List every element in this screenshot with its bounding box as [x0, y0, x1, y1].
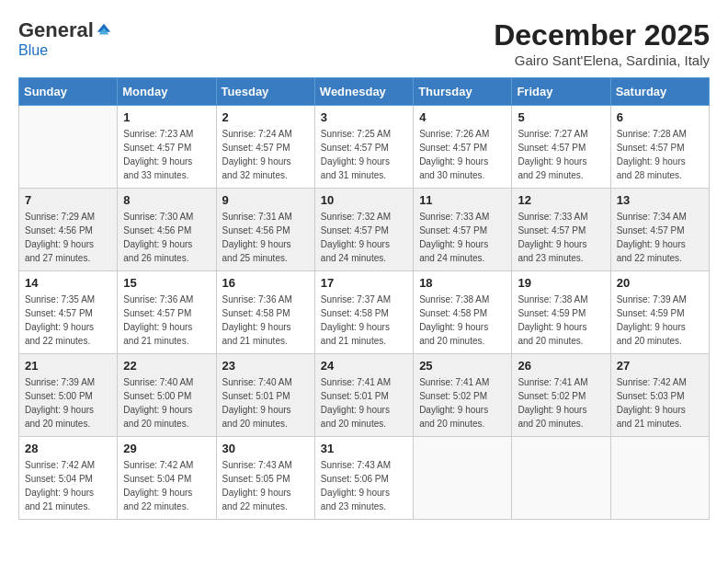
day-number: 6 [617, 110, 703, 124]
day-number: 23 [222, 359, 309, 373]
calendar-cell: 24Sunrise: 7:41 AM Sunset: 5:01 PM Dayli… [314, 354, 413, 437]
day-number: 24 [321, 359, 407, 373]
weekday-header: Tuesday [216, 78, 314, 106]
calendar-cell: 2Sunrise: 7:24 AM Sunset: 4:57 PM Daylig… [216, 106, 314, 189]
day-number: 4 [419, 110, 506, 124]
calendar-cell: 19Sunrise: 7:38 AM Sunset: 4:59 PM Dayli… [512, 271, 610, 354]
day-number: 12 [518, 193, 604, 207]
calendar-cell: 16Sunrise: 7:36 AM Sunset: 4:58 PM Dayli… [216, 271, 314, 354]
day-info: Sunrise: 7:32 AM Sunset: 4:57 PM Dayligh… [321, 210, 407, 265]
day-number: 17 [321, 276, 407, 290]
calendar-cell [512, 437, 610, 520]
calendar-week-row: 7Sunrise: 7:29 AM Sunset: 4:56 PM Daylig… [19, 189, 710, 271]
calendar-cell: 3Sunrise: 7:25 AM Sunset: 4:57 PM Daylig… [314, 106, 413, 189]
day-number: 27 [617, 359, 703, 373]
calendar-cell: 31Sunrise: 7:43 AM Sunset: 5:06 PM Dayli… [314, 437, 413, 520]
calendar-week-row: 14Sunrise: 7:35 AM Sunset: 4:57 PM Dayli… [19, 271, 710, 354]
title-section: December 2025 Gairo Sant'Elena, Sardinia… [494, 18, 710, 68]
day-info: Sunrise: 7:40 AM Sunset: 5:01 PM Dayligh… [222, 375, 309, 431]
day-info: Sunrise: 7:41 AM Sunset: 5:02 PM Dayligh… [419, 375, 506, 431]
logo-icon [96, 22, 112, 39]
weekday-header: Wednesday [314, 78, 413, 106]
day-info: Sunrise: 7:42 AM Sunset: 5:04 PM Dayligh… [25, 458, 111, 513]
day-number: 10 [321, 193, 407, 207]
day-number: 26 [518, 359, 604, 373]
calendar-cell [414, 437, 512, 520]
logo-general: General [18, 18, 94, 42]
calendar-cell: 13Sunrise: 7:34 AM Sunset: 4:57 PM Dayli… [610, 189, 709, 271]
day-info: Sunrise: 7:41 AM Sunset: 5:01 PM Dayligh… [321, 375, 407, 431]
calendar-cell: 18Sunrise: 7:38 AM Sunset: 4:58 PM Dayli… [414, 271, 512, 354]
day-info: Sunrise: 7:41 AM Sunset: 5:02 PM Dayligh… [518, 375, 604, 431]
location-subtitle: Gairo Sant'Elena, Sardinia, Italy [494, 52, 710, 68]
day-number: 25 [419, 359, 506, 373]
day-number: 7 [25, 193, 111, 207]
day-info: Sunrise: 7:27 AM Sunset: 4:57 PM Dayligh… [518, 127, 604, 182]
logo: General Blue [18, 18, 112, 59]
day-number: 19 [518, 276, 604, 290]
day-info: Sunrise: 7:25 AM Sunset: 4:57 PM Dayligh… [321, 127, 407, 182]
day-number: 9 [222, 193, 309, 207]
calendar-cell: 27Sunrise: 7:42 AM Sunset: 5:03 PM Dayli… [610, 354, 709, 437]
calendar-cell: 6Sunrise: 7:28 AM Sunset: 4:57 PM Daylig… [610, 106, 709, 189]
day-number: 22 [123, 359, 210, 373]
calendar-week-row: 1Sunrise: 7:23 AM Sunset: 4:57 PM Daylig… [19, 106, 710, 189]
calendar-cell: 30Sunrise: 7:43 AM Sunset: 5:05 PM Dayli… [216, 437, 314, 520]
day-info: Sunrise: 7:33 AM Sunset: 4:57 PM Dayligh… [419, 210, 506, 265]
calendar-cell: 4Sunrise: 7:26 AM Sunset: 4:57 PM Daylig… [414, 106, 512, 189]
day-info: Sunrise: 7:30 AM Sunset: 4:56 PM Dayligh… [123, 210, 210, 265]
day-number: 8 [123, 193, 210, 207]
day-info: Sunrise: 7:43 AM Sunset: 5:05 PM Dayligh… [222, 458, 309, 513]
day-number: 2 [222, 110, 309, 124]
calendar-cell: 28Sunrise: 7:42 AM Sunset: 5:04 PM Dayli… [19, 437, 118, 520]
day-number: 20 [617, 276, 703, 290]
day-number: 13 [617, 193, 703, 207]
calendar-cell: 5Sunrise: 7:27 AM Sunset: 4:57 PM Daylig… [512, 106, 610, 189]
day-info: Sunrise: 7:36 AM Sunset: 4:58 PM Dayligh… [222, 293, 309, 348]
calendar-cell: 25Sunrise: 7:41 AM Sunset: 5:02 PM Dayli… [414, 354, 512, 437]
calendar-cell: 15Sunrise: 7:36 AM Sunset: 4:57 PM Dayli… [118, 271, 216, 354]
day-info: Sunrise: 7:35 AM Sunset: 4:57 PM Dayligh… [25, 293, 111, 348]
day-number: 5 [518, 110, 604, 124]
weekday-header: Monday [118, 78, 216, 106]
weekday-header: Friday [512, 78, 610, 106]
weekday-header: Thursday [414, 78, 512, 106]
day-number: 11 [419, 193, 506, 207]
day-info: Sunrise: 7:34 AM Sunset: 4:57 PM Dayligh… [617, 210, 703, 265]
day-number: 29 [123, 442, 210, 455]
day-number: 1 [123, 110, 210, 124]
calendar-table: SundayMondayTuesdayWednesdayThursdayFrid… [18, 77, 710, 520]
day-info: Sunrise: 7:23 AM Sunset: 4:57 PM Dayligh… [123, 127, 210, 182]
day-info: Sunrise: 7:37 AM Sunset: 4:58 PM Dayligh… [321, 293, 407, 348]
calendar-cell: 7Sunrise: 7:29 AM Sunset: 4:56 PM Daylig… [19, 189, 118, 271]
calendar-cell: 17Sunrise: 7:37 AM Sunset: 4:58 PM Dayli… [314, 271, 413, 354]
day-number: 28 [25, 442, 111, 455]
day-number: 18 [419, 276, 506, 290]
calendar-cell: 14Sunrise: 7:35 AM Sunset: 4:57 PM Dayli… [19, 271, 118, 354]
weekday-header-row: SundayMondayTuesdayWednesdayThursdayFrid… [19, 78, 710, 106]
day-number: 16 [222, 276, 309, 290]
calendar-cell: 9Sunrise: 7:31 AM Sunset: 4:56 PM Daylig… [216, 189, 314, 271]
day-info: Sunrise: 7:29 AM Sunset: 4:56 PM Dayligh… [25, 210, 111, 265]
calendar-cell: 29Sunrise: 7:42 AM Sunset: 5:04 PM Dayli… [118, 437, 216, 520]
month-title: December 2025 [494, 18, 710, 52]
calendar-cell: 12Sunrise: 7:33 AM Sunset: 4:57 PM Dayli… [512, 189, 610, 271]
day-info: Sunrise: 7:38 AM Sunset: 4:58 PM Dayligh… [419, 293, 506, 348]
day-info: Sunrise: 7:42 AM Sunset: 5:04 PM Dayligh… [123, 458, 210, 513]
day-number: 3 [321, 110, 407, 124]
day-info: Sunrise: 7:24 AM Sunset: 4:57 PM Dayligh… [222, 127, 309, 182]
weekday-header: Sunday [19, 78, 118, 106]
calendar-cell: 23Sunrise: 7:40 AM Sunset: 5:01 PM Dayli… [216, 354, 314, 437]
calendar-cell: 22Sunrise: 7:40 AM Sunset: 5:00 PM Dayli… [118, 354, 216, 437]
day-number: 30 [222, 442, 309, 455]
calendar-cell: 21Sunrise: 7:39 AM Sunset: 5:00 PM Dayli… [19, 354, 118, 437]
day-info: Sunrise: 7:39 AM Sunset: 4:59 PM Dayligh… [617, 293, 703, 348]
calendar-week-row: 28Sunrise: 7:42 AM Sunset: 5:04 PM Dayli… [19, 437, 710, 520]
day-info: Sunrise: 7:31 AM Sunset: 4:56 PM Dayligh… [222, 210, 309, 265]
calendar-cell: 11Sunrise: 7:33 AM Sunset: 4:57 PM Dayli… [414, 189, 512, 271]
day-info: Sunrise: 7:39 AM Sunset: 5:00 PM Dayligh… [25, 375, 111, 431]
calendar-cell: 26Sunrise: 7:41 AM Sunset: 5:02 PM Dayli… [512, 354, 610, 437]
weekday-header: Saturday [610, 78, 709, 106]
calendar-cell: 20Sunrise: 7:39 AM Sunset: 4:59 PM Dayli… [610, 271, 709, 354]
day-info: Sunrise: 7:33 AM Sunset: 4:57 PM Dayligh… [518, 210, 604, 265]
